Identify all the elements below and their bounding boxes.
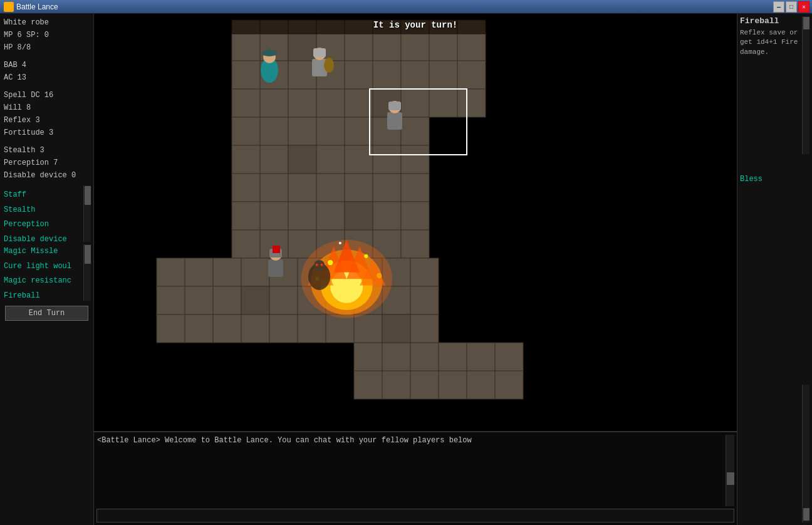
svg-rect-20 [260, 89, 288, 117]
stealth-stat: Stealth 3 [3, 144, 91, 157]
spells-scrollbar[interactable] [83, 244, 91, 301]
right-panel-inner: Fireball Reflex save or get 1d4+1 Fire d… [740, 16, 809, 522]
svg-point-141 [364, 254, 368, 257]
svg-rect-63 [157, 258, 185, 286]
right-scroll-thumb-top[interactable] [803, 17, 809, 29]
svg-rect-42 [232, 174, 260, 202]
svg-rect-85 [213, 314, 241, 343]
app-icon [4, 2, 14, 12]
svg-rect-66 [241, 258, 269, 286]
spells-scroll-thumb[interactable] [85, 245, 91, 264]
svg-rect-38 [316, 145, 345, 174]
svg-rect-36 [260, 145, 288, 174]
svg-rect-64 [185, 258, 213, 286]
svg-rect-65 [213, 258, 241, 286]
svg-rect-119 [457, 20, 486, 34]
right-active-spells: Bless [740, 170, 809, 184]
spell-dc-stat: Spell DC 16 [3, 89, 91, 101]
svg-rect-102 [439, 371, 467, 399]
svg-rect-110 [382, 314, 410, 343]
svg-rect-72 [410, 258, 439, 286]
right-scrollbar-top[interactable] [802, 16, 809, 154]
svg-rect-107 [288, 145, 316, 174]
skills-list: Staff Stealth Perception Disable device [3, 188, 91, 242]
minimize-button[interactable]: — [773, 1, 784, 13]
svg-rect-46 [345, 174, 373, 202]
svg-rect-55 [401, 202, 429, 230]
skills-scroll-thumb[interactable] [85, 186, 91, 205]
skill-perception[interactable]: Perception [3, 217, 82, 232]
svg-rect-112 [260, 20, 288, 34]
ac-stat: AC 13 [3, 71, 91, 84]
spell-magic-resistance[interactable]: Magic resistanc [3, 274, 82, 289]
svg-rect-27 [457, 89, 486, 117]
skill-stealth[interactable]: Stealth [3, 203, 82, 218]
spell-magic-missile[interactable]: Magic Missle [3, 244, 82, 259]
svg-rect-149 [387, 112, 402, 130]
svg-rect-95 [410, 343, 439, 371]
svg-rect-109 [241, 286, 269, 314]
svg-rect-83 [157, 314, 185, 343]
svg-rect-26 [429, 89, 457, 117]
svg-rect-15 [373, 61, 401, 89]
svg-rect-96 [439, 343, 467, 371]
right-scroll-thumb-bottom[interactable] [803, 508, 809, 521]
svg-rect-5 [345, 33, 373, 61]
svg-point-148 [320, 264, 323, 266]
svg-rect-51 [288, 202, 316, 230]
svg-rect-54 [373, 202, 401, 230]
svg-rect-31 [316, 117, 345, 145]
end-turn-button[interactable]: End Turn [5, 306, 88, 321]
chat-messages: <Battle Lance> Welcome to Battle Lance. … [96, 435, 734, 506]
chat-scroll-thumb[interactable] [727, 472, 734, 485]
skill-staff[interactable]: Staff [3, 188, 82, 203]
character-name: White robe [3, 16, 91, 29]
svg-rect-14 [345, 61, 373, 89]
svg-rect-75 [213, 286, 241, 314]
svg-rect-19 [232, 89, 260, 117]
chat-scrollbar[interactable] [726, 435, 734, 506]
svg-rect-90 [354, 314, 382, 343]
svg-rect-25 [401, 89, 429, 117]
character-in-box [387, 101, 402, 130]
svg-rect-77 [269, 286, 298, 314]
svg-rect-87 [269, 314, 298, 343]
svg-rect-10 [232, 61, 260, 89]
svg-rect-9 [457, 33, 486, 61]
svg-rect-89 [326, 314, 354, 343]
svg-rect-45 [316, 174, 345, 202]
titlebar: Battle Lance — □ ✕ [0, 0, 812, 14]
svg-point-144 [338, 242, 341, 244]
perception-stat: Perception 7 [3, 157, 91, 169]
chat-area: <Battle Lance> Welcome to Battle Lance. … [94, 431, 737, 525]
svg-rect-39 [345, 145, 373, 174]
skills-scrollbar[interactable] [83, 185, 91, 242]
disable-device-stat: Disable device 0 [3, 169, 91, 182]
svg-point-140 [328, 260, 333, 265]
window-controls: — □ ✕ [773, 1, 809, 13]
svg-rect-49 [232, 202, 260, 230]
window-title: Battle Lance [16, 3, 58, 11]
svg-rect-108 [345, 202, 373, 230]
spell-fireball[interactable]: Fireball [3, 289, 82, 301]
character-mage [261, 48, 278, 83]
right-panel: Fireball Reflex save or get 1d4+1 Fire d… [737, 14, 812, 525]
svg-rect-99 [354, 371, 382, 399]
spell-cure-light[interactable]: Cure light woul [3, 259, 82, 274]
svg-rect-88 [298, 314, 326, 343]
svg-point-147 [315, 264, 318, 266]
bab-stat: BAB 4 [3, 59, 91, 71]
maximize-button[interactable]: □ [786, 1, 797, 13]
active-spell-bless[interactable]: Bless [740, 175, 809, 184]
chat-input[interactable] [97, 509, 734, 522]
skill-disable-device[interactable]: Disable device [3, 232, 82, 242]
close-button[interactable]: ✕ [798, 1, 809, 13]
svg-rect-34 [401, 117, 429, 145]
right-scrollbar-bottom[interactable] [802, 385, 809, 522]
dungeon-map [94, 14, 737, 431]
svg-point-143 [376, 273, 381, 278]
game-canvas[interactable]: It is your turn! [94, 14, 737, 431]
svg-rect-43 [260, 174, 288, 202]
hp-stat: HP 8/8 [3, 41, 91, 54]
svg-point-127 [324, 58, 334, 73]
